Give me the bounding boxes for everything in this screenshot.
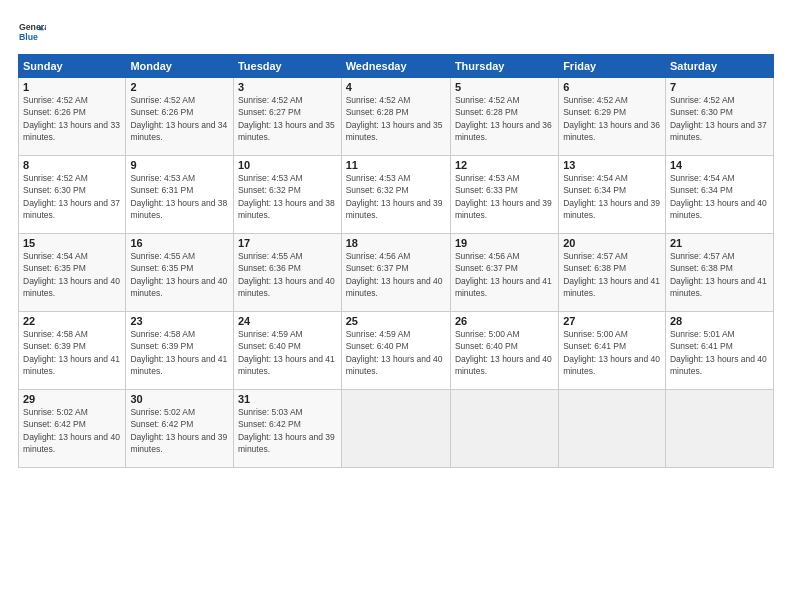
calendar-week-row: 29Sunrise: 5:02 AMSunset: 6:42 PMDayligh… — [19, 390, 774, 468]
day-number: 15 — [23, 237, 121, 249]
calendar-day-cell: 31Sunrise: 5:03 AMSunset: 6:42 PMDayligh… — [233, 390, 341, 468]
day-number: 31 — [238, 393, 337, 405]
calendar-day-cell: 23Sunrise: 4:58 AMSunset: 6:39 PMDayligh… — [126, 312, 234, 390]
calendar-week-row: 15Sunrise: 4:54 AMSunset: 6:35 PMDayligh… — [19, 234, 774, 312]
day-info: Sunrise: 5:01 AMSunset: 6:41 PMDaylight:… — [670, 329, 767, 376]
column-header-saturday: Saturday — [665, 55, 773, 78]
calendar-day-cell: 9Sunrise: 4:53 AMSunset: 6:31 PMDaylight… — [126, 156, 234, 234]
calendar-day-cell: 21Sunrise: 4:57 AMSunset: 6:38 PMDayligh… — [665, 234, 773, 312]
day-info: Sunrise: 4:58 AMSunset: 6:39 PMDaylight:… — [23, 329, 120, 376]
logo-icon: General Blue — [18, 18, 46, 46]
day-info: Sunrise: 4:52 AMSunset: 6:26 PMDaylight:… — [130, 95, 227, 142]
day-info: Sunrise: 4:52 AMSunset: 6:30 PMDaylight:… — [670, 95, 767, 142]
day-number: 11 — [346, 159, 446, 171]
calendar-day-cell: 16Sunrise: 4:55 AMSunset: 6:35 PMDayligh… — [126, 234, 234, 312]
day-number: 16 — [130, 237, 229, 249]
day-info: Sunrise: 4:52 AMSunset: 6:28 PMDaylight:… — [346, 95, 443, 142]
day-number: 28 — [670, 315, 769, 327]
day-number: 24 — [238, 315, 337, 327]
day-number: 1 — [23, 81, 121, 93]
calendar-day-cell: 12Sunrise: 4:53 AMSunset: 6:33 PMDayligh… — [450, 156, 558, 234]
day-info: Sunrise: 4:52 AMSunset: 6:28 PMDaylight:… — [455, 95, 552, 142]
day-number: 17 — [238, 237, 337, 249]
svg-text:General: General — [19, 22, 46, 32]
column-header-tuesday: Tuesday — [233, 55, 341, 78]
day-info: Sunrise: 4:59 AMSunset: 6:40 PMDaylight:… — [238, 329, 335, 376]
day-number: 19 — [455, 237, 554, 249]
day-info: Sunrise: 5:00 AMSunset: 6:41 PMDaylight:… — [563, 329, 660, 376]
calendar-day-cell: 1Sunrise: 4:52 AMSunset: 6:26 PMDaylight… — [19, 78, 126, 156]
day-info: Sunrise: 4:55 AMSunset: 6:35 PMDaylight:… — [130, 251, 227, 298]
day-info: Sunrise: 4:53 AMSunset: 6:33 PMDaylight:… — [455, 173, 552, 220]
day-info: Sunrise: 4:58 AMSunset: 6:39 PMDaylight:… — [130, 329, 227, 376]
day-info: Sunrise: 5:02 AMSunset: 6:42 PMDaylight:… — [23, 407, 120, 454]
day-number: 30 — [130, 393, 229, 405]
day-info: Sunrise: 4:59 AMSunset: 6:40 PMDaylight:… — [346, 329, 443, 376]
calendar-day-cell: 14Sunrise: 4:54 AMSunset: 6:34 PMDayligh… — [665, 156, 773, 234]
day-number: 29 — [23, 393, 121, 405]
day-number: 12 — [455, 159, 554, 171]
calendar-day-cell: 5Sunrise: 4:52 AMSunset: 6:28 PMDaylight… — [450, 78, 558, 156]
calendar-day-cell: 30Sunrise: 5:02 AMSunset: 6:42 PMDayligh… — [126, 390, 234, 468]
day-info: Sunrise: 4:57 AMSunset: 6:38 PMDaylight:… — [670, 251, 767, 298]
day-info: Sunrise: 4:55 AMSunset: 6:36 PMDaylight:… — [238, 251, 335, 298]
calendar-day-cell: 7Sunrise: 4:52 AMSunset: 6:30 PMDaylight… — [665, 78, 773, 156]
day-info: Sunrise: 4:52 AMSunset: 6:27 PMDaylight:… — [238, 95, 335, 142]
day-info: Sunrise: 4:54 AMSunset: 6:34 PMDaylight:… — [563, 173, 660, 220]
calendar-day-cell: 11Sunrise: 4:53 AMSunset: 6:32 PMDayligh… — [341, 156, 450, 234]
calendar-week-row: 8Sunrise: 4:52 AMSunset: 6:30 PMDaylight… — [19, 156, 774, 234]
page: General Blue SundayMondayTuesdayWednesda… — [0, 0, 792, 612]
empty-day-cell — [450, 390, 558, 468]
calendar-table: SundayMondayTuesdayWednesdayThursdayFrid… — [18, 54, 774, 468]
day-number: 4 — [346, 81, 446, 93]
day-number: 25 — [346, 315, 446, 327]
day-number: 22 — [23, 315, 121, 327]
day-info: Sunrise: 4:52 AMSunset: 6:29 PMDaylight:… — [563, 95, 660, 142]
calendar-day-cell: 17Sunrise: 4:55 AMSunset: 6:36 PMDayligh… — [233, 234, 341, 312]
column-header-wednesday: Wednesday — [341, 55, 450, 78]
column-header-monday: Monday — [126, 55, 234, 78]
column-header-friday: Friday — [559, 55, 666, 78]
day-number: 18 — [346, 237, 446, 249]
day-info: Sunrise: 5:00 AMSunset: 6:40 PMDaylight:… — [455, 329, 552, 376]
calendar-day-cell: 19Sunrise: 4:56 AMSunset: 6:37 PMDayligh… — [450, 234, 558, 312]
day-info: Sunrise: 4:53 AMSunset: 6:31 PMDaylight:… — [130, 173, 227, 220]
calendar-header-row: SundayMondayTuesdayWednesdayThursdayFrid… — [19, 55, 774, 78]
calendar-day-cell: 29Sunrise: 5:02 AMSunset: 6:42 PMDayligh… — [19, 390, 126, 468]
day-info: Sunrise: 5:02 AMSunset: 6:42 PMDaylight:… — [130, 407, 227, 454]
calendar-week-row: 22Sunrise: 4:58 AMSunset: 6:39 PMDayligh… — [19, 312, 774, 390]
day-number: 9 — [130, 159, 229, 171]
day-info: Sunrise: 4:56 AMSunset: 6:37 PMDaylight:… — [455, 251, 552, 298]
header-area: General Blue — [18, 18, 774, 46]
day-number: 6 — [563, 81, 661, 93]
calendar-day-cell: 26Sunrise: 5:00 AMSunset: 6:40 PMDayligh… — [450, 312, 558, 390]
day-number: 10 — [238, 159, 337, 171]
day-number: 2 — [130, 81, 229, 93]
day-number: 5 — [455, 81, 554, 93]
calendar-day-cell: 25Sunrise: 4:59 AMSunset: 6:40 PMDayligh… — [341, 312, 450, 390]
calendar-day-cell: 24Sunrise: 4:59 AMSunset: 6:40 PMDayligh… — [233, 312, 341, 390]
day-info: Sunrise: 4:56 AMSunset: 6:37 PMDaylight:… — [346, 251, 443, 298]
column-header-thursday: Thursday — [450, 55, 558, 78]
day-info: Sunrise: 4:53 AMSunset: 6:32 PMDaylight:… — [238, 173, 335, 220]
calendar-day-cell: 13Sunrise: 4:54 AMSunset: 6:34 PMDayligh… — [559, 156, 666, 234]
day-number: 8 — [23, 159, 121, 171]
day-number: 20 — [563, 237, 661, 249]
day-number: 26 — [455, 315, 554, 327]
calendar-day-cell: 20Sunrise: 4:57 AMSunset: 6:38 PMDayligh… — [559, 234, 666, 312]
day-number: 14 — [670, 159, 769, 171]
day-number: 27 — [563, 315, 661, 327]
day-info: Sunrise: 4:53 AMSunset: 6:32 PMDaylight:… — [346, 173, 443, 220]
day-number: 21 — [670, 237, 769, 249]
empty-day-cell — [559, 390, 666, 468]
calendar-day-cell: 27Sunrise: 5:00 AMSunset: 6:41 PMDayligh… — [559, 312, 666, 390]
calendar-day-cell: 18Sunrise: 4:56 AMSunset: 6:37 PMDayligh… — [341, 234, 450, 312]
calendar-day-cell: 4Sunrise: 4:52 AMSunset: 6:28 PMDaylight… — [341, 78, 450, 156]
calendar-day-cell: 28Sunrise: 5:01 AMSunset: 6:41 PMDayligh… — [665, 312, 773, 390]
empty-day-cell — [341, 390, 450, 468]
calendar-week-row: 1Sunrise: 4:52 AMSunset: 6:26 PMDaylight… — [19, 78, 774, 156]
day-number: 7 — [670, 81, 769, 93]
svg-text:Blue: Blue — [19, 32, 38, 42]
day-number: 3 — [238, 81, 337, 93]
calendar-day-cell: 22Sunrise: 4:58 AMSunset: 6:39 PMDayligh… — [19, 312, 126, 390]
